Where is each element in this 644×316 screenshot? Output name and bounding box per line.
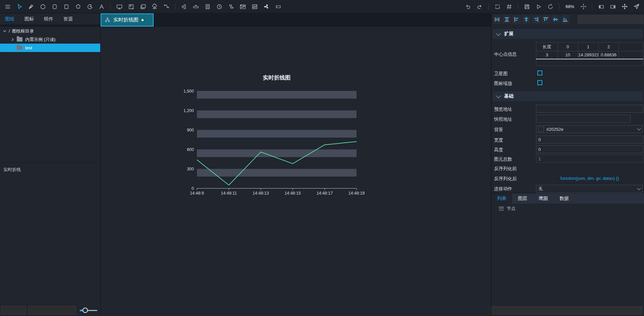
- send-icon[interactable]: [632, 2, 641, 11]
- hatch-chart-icon[interactable]: [250, 2, 259, 11]
- distribute-horizontal-icon[interactable]: [493, 15, 501, 24]
- gallery-icon[interactable]: [139, 2, 147, 11]
- redo-icon[interactable]: [475, 2, 484, 11]
- sidebar-tab-resources[interactable]: 资源: [58, 16, 78, 22]
- align-right-icon[interactable]: [532, 15, 540, 24]
- rect-icon[interactable]: [62, 2, 71, 11]
- height-input[interactable]: [536, 145, 643, 153]
- align-top-icon[interactable]: [541, 15, 550, 24]
- sidebar-tab-icons[interactable]: 图标: [19, 16, 39, 22]
- chart-window-icon[interactable]: [238, 2, 247, 11]
- rounded-rect-icon[interactable]: [50, 2, 59, 11]
- color-swatch: [538, 126, 544, 132]
- after-deserialize-function-link[interactable]: function(json, dm, gv, datas) {}: [536, 176, 643, 181]
- tab-layers[interactable]: 图层: [512, 193, 533, 204]
- arc-icon[interactable]: [86, 2, 94, 11]
- tree-folder-row[interactable]: 内置示例 (只读): [0, 35, 100, 44]
- undo-icon[interactable]: [464, 2, 472, 11]
- height-label: 高度: [494, 147, 503, 153]
- hexagon-icon[interactable]: [74, 2, 83, 11]
- width-input[interactable]: [536, 136, 643, 144]
- clock-icon[interactable]: [215, 2, 224, 11]
- svg-text:600: 600: [187, 147, 194, 152]
- menu-icon[interactable]: [3, 2, 12, 11]
- pipe-icon[interactable]: [192, 2, 200, 11]
- snapshot-icon[interactable]: [493, 2, 502, 11]
- snapshot-url-input[interactable]: [536, 115, 631, 123]
- center-view-icon[interactable]: [579, 2, 588, 11]
- chevron-down-icon[interactable]: [3, 29, 7, 33]
- tree-selected-row[interactable]: test: [0, 44, 100, 52]
- pen-list-item[interactable]: 实时折线: [3, 167, 21, 173]
- satellite-checkbox[interactable]: [537, 70, 542, 75]
- zoom-level[interactable]: 68%: [564, 4, 576, 9]
- toolbar-separator: [592, 4, 592, 10]
- tree-root-row[interactable]: / 图纸根目录: [0, 27, 100, 35]
- tab-list[interactable]: 列表: [491, 193, 512, 204]
- inspector-search-input[interactable]: [578, 15, 643, 24]
- display-icon[interactable]: [115, 2, 124, 11]
- snapshot-url-label: 快照地址: [494, 116, 512, 122]
- move-icon[interactable]: [620, 2, 629, 11]
- play-icon[interactable]: [534, 2, 543, 11]
- section-header-basic[interactable]: 基础: [493, 91, 643, 101]
- inspector-bottom-input[interactable]: [491, 306, 642, 315]
- align-left-icon[interactable]: [512, 15, 521, 24]
- background-label: 背景: [494, 127, 503, 133]
- image-icon[interactable]: [127, 2, 136, 11]
- sidebar-bottom-input-1[interactable]: [1, 306, 26, 315]
- select-cursor-icon[interactable]: [15, 2, 24, 11]
- save-icon[interactable]: [523, 2, 531, 11]
- chevron-down-icon: [637, 126, 641, 130]
- small-rect-icon[interactable]: [274, 2, 282, 11]
- fan-icon[interactable]: [262, 2, 271, 11]
- icon-scale-checkbox[interactable]: [537, 80, 542, 85]
- td-2[interactable]: 0.68636: [599, 51, 619, 59]
- background-color-select[interactable]: #20252e: [536, 125, 643, 133]
- polyline-icon[interactable]: [162, 2, 171, 11]
- distribute-vertical-icon[interactable]: [502, 15, 511, 24]
- text-icon[interactable]: [97, 2, 106, 11]
- form-icon[interactable]: [203, 2, 212, 11]
- node-label: 节点: [507, 206, 516, 212]
- panel-right-icon[interactable]: [608, 2, 617, 11]
- td-length[interactable]: 3: [536, 51, 558, 59]
- refresh-icon[interactable]: [546, 2, 555, 11]
- satellite-label: 卫星图: [494, 71, 508, 77]
- sidebar-tab-drawings[interactable]: 图纸: [0, 16, 19, 22]
- line-chart-element[interactable]: 实时折线图03006009001,2001,50014:48:914:48:11…: [101, 27, 491, 316]
- toolbar-separator: [110, 4, 111, 10]
- folder-icon: [17, 46, 22, 50]
- tab-eagle-eye[interactable]: 鹰眼: [533, 193, 554, 204]
- align-hcenter-icon[interactable]: [551, 15, 560, 24]
- preview-url-label: 预览地址: [494, 106, 512, 112]
- section-header-extend[interactable]: 扩展: [493, 29, 643, 39]
- pen-icon[interactable]: [27, 2, 36, 11]
- slider-knob[interactable]: [83, 308, 88, 313]
- align-bottom-icon[interactable]: [561, 15, 570, 24]
- preview-url-input[interactable]: [536, 105, 643, 113]
- td-0[interactable]: 10: [558, 51, 578, 59]
- canvas-tab-active[interactable]: 实时折线图: [101, 13, 154, 27]
- center-info-table[interactable]: 长度 0 1 2 3 10 14.289323 0.68636: [536, 42, 643, 66]
- toolbar-right-group: 68%: [460, 2, 644, 11]
- scale-slider[interactable]: [80, 310, 97, 311]
- chevron-right-icon[interactable]: [11, 38, 15, 42]
- valve-icon[interactable]: [180, 2, 189, 11]
- connect-action-select[interactable]: 无: [536, 185, 643, 193]
- align-vcenter-icon[interactable]: [522, 15, 531, 24]
- grid-icon[interactable]: [505, 2, 514, 11]
- sidebar-bottom-input-2[interactable]: [28, 306, 76, 315]
- svg-text:14:48:15: 14:48:15: [284, 191, 301, 196]
- ellipse-icon[interactable]: [39, 2, 47, 11]
- canvas-area[interactable]: 实时折线图 实时折线图03006009001,2001,50014:48:914…: [101, 13, 491, 316]
- panel-left-icon[interactable]: [597, 2, 605, 11]
- cloud-network-icon[interactable]: [150, 2, 159, 11]
- elbow-pipe-icon[interactable]: [227, 2, 235, 11]
- td-extra[interactable]: [619, 51, 643, 59]
- node-list-item[interactable]: 节点: [491, 205, 644, 213]
- sidebar-tab-components[interactable]: 组件: [39, 16, 58, 22]
- td-1[interactable]: 14.289323: [578, 51, 599, 59]
- tab-data[interactable]: 数据: [554, 193, 575, 204]
- section-title: 基础: [504, 93, 514, 99]
